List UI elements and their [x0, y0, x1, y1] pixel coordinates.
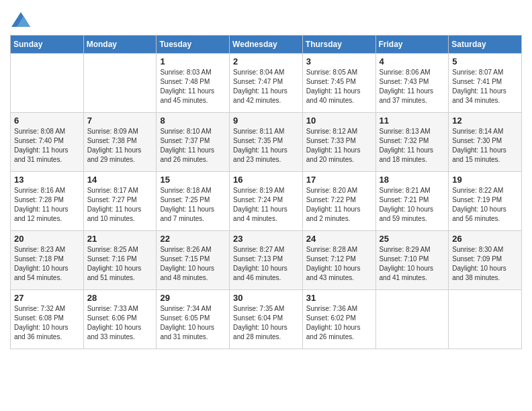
weekday-header-friday: Friday: [375, 36, 449, 54]
day-number: 22: [160, 234, 226, 244]
logo: [10, 11, 34, 30]
day-number: 18: [380, 175, 445, 185]
weekday-header-row: SundayMondayTuesdayWednesdayThursdayFrid…: [11, 36, 522, 54]
weekday-header-thursday: Thursday: [302, 36, 375, 54]
calendar-cell: 16Sunrise: 8:19 AM Sunset: 7:24 PM Dayli…: [230, 172, 303, 231]
calendar-week-row: 13Sunrise: 8:16 AM Sunset: 7:28 PM Dayli…: [11, 172, 522, 231]
cell-info: Sunrise: 8:25 AM Sunset: 7:16 PM Dayligh…: [87, 245, 153, 283]
logo-icon: [10, 11, 32, 30]
weekday-header-sunday: Sunday: [11, 36, 84, 54]
cell-info: Sunrise: 7:34 AM Sunset: 6:05 PM Dayligh…: [160, 304, 226, 342]
day-number: 12: [452, 116, 518, 126]
calendar-cell: 27Sunrise: 7:32 AM Sunset: 6:08 PM Dayli…: [11, 290, 84, 349]
day-number: 24: [306, 234, 372, 244]
weekday-header-monday: Monday: [83, 36, 157, 54]
cell-info: Sunrise: 8:06 AM Sunset: 7:43 PM Dayligh…: [380, 68, 445, 105]
day-number: 14: [87, 175, 153, 185]
calendar-cell: [375, 290, 449, 349]
day-number: 28: [87, 293, 153, 303]
calendar-cell: [11, 54, 84, 113]
cell-info: Sunrise: 8:21 AM Sunset: 7:21 PM Dayligh…: [380, 186, 445, 224]
cell-info: Sunrise: 8:11 AM Sunset: 7:35 PM Dayligh…: [233, 127, 299, 165]
day-number: 17: [306, 175, 372, 185]
cell-info: Sunrise: 8:09 AM Sunset: 7:38 PM Dayligh…: [87, 127, 153, 165]
cell-info: Sunrise: 8:13 AM Sunset: 7:32 PM Dayligh…: [380, 127, 445, 165]
page: SundayMondayTuesdayWednesdayThursdayFrid…: [0, 0, 532, 411]
day-number: 26: [452, 234, 518, 244]
calendar-cell: 17Sunrise: 8:20 AM Sunset: 7:22 PM Dayli…: [302, 172, 375, 231]
calendar-cell: 21Sunrise: 8:25 AM Sunset: 7:16 PM Dayli…: [83, 231, 157, 290]
calendar-week-row: 1Sunrise: 8:03 AM Sunset: 7:48 PM Daylig…: [11, 54, 522, 113]
cell-info: Sunrise: 8:19 AM Sunset: 7:24 PM Dayligh…: [233, 186, 299, 224]
cell-info: Sunrise: 7:33 AM Sunset: 6:06 PM Dayligh…: [87, 304, 153, 342]
cell-info: Sunrise: 8:17 AM Sunset: 7:27 PM Dayligh…: [87, 186, 153, 224]
calendar-week-row: 27Sunrise: 7:32 AM Sunset: 6:08 PM Dayli…: [11, 290, 522, 349]
cell-info: Sunrise: 8:23 AM Sunset: 7:18 PM Dayligh…: [14, 245, 80, 283]
day-number: 13: [14, 175, 80, 185]
calendar-cell: 13Sunrise: 8:16 AM Sunset: 7:28 PM Dayli…: [11, 172, 84, 231]
day-number: 30: [233, 293, 299, 303]
cell-info: Sunrise: 8:03 AM Sunset: 7:48 PM Dayligh…: [160, 68, 226, 105]
calendar-cell: 22Sunrise: 8:26 AM Sunset: 7:15 PM Dayli…: [157, 231, 230, 290]
day-number: 20: [14, 234, 80, 244]
calendar-cell: 29Sunrise: 7:34 AM Sunset: 6:05 PM Dayli…: [157, 290, 230, 349]
calendar-cell: 31Sunrise: 7:36 AM Sunset: 6:02 PM Dayli…: [302, 290, 375, 349]
cell-info: Sunrise: 8:08 AM Sunset: 7:40 PM Dayligh…: [14, 127, 80, 165]
day-number: 4: [380, 56, 445, 66]
calendar-cell: 28Sunrise: 7:33 AM Sunset: 6:06 PM Dayli…: [83, 290, 157, 349]
calendar-cell: 8Sunrise: 8:10 AM Sunset: 7:37 PM Daylig…: [157, 113, 230, 172]
cell-info: Sunrise: 8:10 AM Sunset: 7:37 PM Dayligh…: [160, 127, 226, 165]
day-number: 9: [233, 116, 299, 126]
calendar-cell: 7Sunrise: 8:09 AM Sunset: 7:38 PM Daylig…: [83, 113, 157, 172]
header: [10, 7, 522, 30]
calendar-cell: 19Sunrise: 8:22 AM Sunset: 7:19 PM Dayli…: [449, 172, 522, 231]
calendar-cell: 2Sunrise: 8:04 AM Sunset: 7:47 PM Daylig…: [230, 54, 303, 113]
calendar-cell: 30Sunrise: 7:35 AM Sunset: 6:04 PM Dayli…: [230, 290, 303, 349]
calendar-cell: 10Sunrise: 8:12 AM Sunset: 7:33 PM Dayli…: [302, 113, 375, 172]
cell-info: Sunrise: 8:26 AM Sunset: 7:15 PM Dayligh…: [160, 245, 226, 283]
cell-info: Sunrise: 8:05 AM Sunset: 7:45 PM Dayligh…: [306, 68, 372, 105]
weekday-header-saturday: Saturday: [449, 36, 522, 54]
calendar-header: SundayMondayTuesdayWednesdayThursdayFrid…: [11, 36, 522, 54]
calendar-cell: 11Sunrise: 8:13 AM Sunset: 7:32 PM Dayli…: [375, 113, 449, 172]
calendar-cell: 1Sunrise: 8:03 AM Sunset: 7:48 PM Daylig…: [157, 54, 230, 113]
calendar-cell: [449, 290, 522, 349]
calendar-cell: 15Sunrise: 8:18 AM Sunset: 7:25 PM Dayli…: [157, 172, 230, 231]
cell-info: Sunrise: 8:14 AM Sunset: 7:30 PM Dayligh…: [452, 127, 518, 165]
cell-info: Sunrise: 8:20 AM Sunset: 7:22 PM Dayligh…: [306, 186, 372, 224]
weekday-header-tuesday: Tuesday: [157, 36, 230, 54]
calendar-cell: 20Sunrise: 8:23 AM Sunset: 7:18 PM Dayli…: [11, 231, 84, 290]
day-number: 1: [160, 56, 226, 66]
cell-info: Sunrise: 7:35 AM Sunset: 6:04 PM Dayligh…: [233, 304, 299, 342]
cell-info: Sunrise: 8:04 AM Sunset: 7:47 PM Dayligh…: [233, 68, 299, 105]
day-number: 27: [14, 293, 80, 303]
day-number: 19: [452, 175, 518, 185]
cell-info: Sunrise: 8:30 AM Sunset: 7:09 PM Dayligh…: [452, 245, 518, 283]
cell-info: Sunrise: 8:07 AM Sunset: 7:41 PM Dayligh…: [452, 68, 518, 105]
calendar-cell: 14Sunrise: 8:17 AM Sunset: 7:27 PM Dayli…: [83, 172, 157, 231]
calendar-body: 1Sunrise: 8:03 AM Sunset: 7:48 PM Daylig…: [11, 54, 522, 349]
calendar-cell: 23Sunrise: 8:27 AM Sunset: 7:13 PM Dayli…: [230, 231, 303, 290]
calendar-cell: 3Sunrise: 8:05 AM Sunset: 7:45 PM Daylig…: [302, 54, 375, 113]
day-number: 5: [452, 56, 518, 66]
day-number: 10: [306, 116, 372, 126]
calendar-table: SundayMondayTuesdayWednesdayThursdayFrid…: [10, 35, 522, 349]
cell-info: Sunrise: 7:36 AM Sunset: 6:02 PM Dayligh…: [306, 304, 372, 342]
calendar-cell: 9Sunrise: 8:11 AM Sunset: 7:35 PM Daylig…: [230, 113, 303, 172]
day-number: 2: [233, 56, 299, 66]
weekday-header-wednesday: Wednesday: [230, 36, 303, 54]
day-number: 23: [233, 234, 299, 244]
day-number: 29: [160, 293, 226, 303]
calendar-week-row: 20Sunrise: 8:23 AM Sunset: 7:18 PM Dayli…: [11, 231, 522, 290]
calendar-cell: 18Sunrise: 8:21 AM Sunset: 7:21 PM Dayli…: [375, 172, 449, 231]
day-number: 16: [233, 175, 299, 185]
day-number: 15: [160, 175, 226, 185]
calendar-cell: 26Sunrise: 8:30 AM Sunset: 7:09 PM Dayli…: [449, 231, 522, 290]
cell-info: Sunrise: 8:29 AM Sunset: 7:10 PM Dayligh…: [380, 245, 445, 283]
calendar-week-row: 6Sunrise: 8:08 AM Sunset: 7:40 PM Daylig…: [11, 113, 522, 172]
cell-info: Sunrise: 8:18 AM Sunset: 7:25 PM Dayligh…: [160, 186, 226, 224]
calendar-cell: 6Sunrise: 8:08 AM Sunset: 7:40 PM Daylig…: [11, 113, 84, 172]
calendar-cell: 5Sunrise: 8:07 AM Sunset: 7:41 PM Daylig…: [449, 54, 522, 113]
calendar-cell: 24Sunrise: 8:28 AM Sunset: 7:12 PM Dayli…: [302, 231, 375, 290]
day-number: 6: [14, 116, 80, 126]
